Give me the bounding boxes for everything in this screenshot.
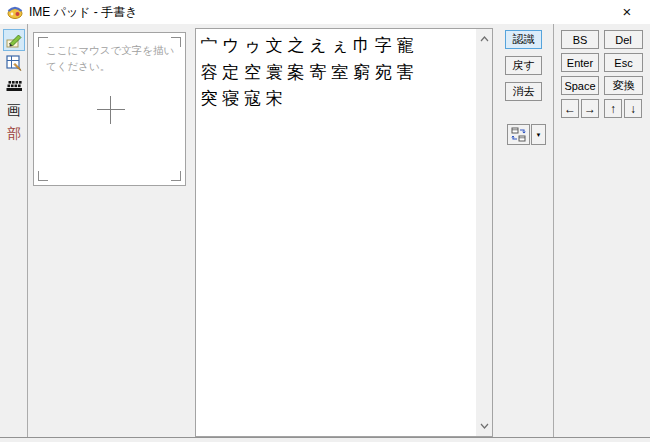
handwriting-pencil-icon: [6, 32, 23, 49]
candidate-row: 容定空寰案寄室窮宛害: [198, 59, 475, 86]
candidate-char[interactable]: 案: [285, 59, 307, 86]
pad-corner-mark: [38, 171, 48, 181]
key-enter[interactable]: Enter: [561, 53, 599, 72]
candidate-char[interactable]: 窮: [351, 59, 373, 86]
character-list-icon: [6, 55, 22, 71]
candidate-char[interactable]: 寵: [394, 32, 416, 59]
erase-button[interactable]: 消去: [505, 82, 542, 101]
candidate-char[interactable]: 宛: [372, 59, 394, 86]
radical-glyph: 部: [7, 126, 21, 140]
candidate-char[interactable]: 空: [242, 59, 264, 86]
scroll-down-button[interactable]: [476, 418, 492, 434]
candidate-char[interactable]: 宋: [263, 85, 285, 112]
candidate-char[interactable]: 室: [329, 59, 351, 86]
key-space[interactable]: Space: [561, 76, 599, 95]
sidebar-item-character-list[interactable]: [3, 52, 25, 74]
candidate-char[interactable]: 宀: [198, 32, 220, 59]
candidate-char[interactable]: 字: [372, 32, 394, 59]
window-title: IME パッド - 手書き: [29, 0, 137, 24]
stroke-count-glyph: 画: [7, 103, 21, 117]
key-del[interactable]: Del: [604, 30, 643, 49]
pad-corner-mark: [171, 171, 181, 181]
candidate-row: 突寝寇宋: [198, 85, 475, 112]
layout-dropdown-button[interactable]: ▼: [531, 124, 546, 145]
crosshair-icon: [110, 96, 111, 124]
sidebar-item-radical[interactable]: 部: [3, 122, 25, 144]
candidate-char[interactable]: ぇ: [329, 32, 351, 59]
chevron-down-icon: [480, 423, 489, 429]
candidate-char[interactable]: ウ: [220, 32, 242, 59]
candidate-char[interactable]: 寇: [242, 85, 264, 112]
divider-left: [27, 24, 28, 438]
ime-pad-window: IME パッド - 手書き × 画 部: [0, 0, 650, 442]
keyboard-icon: [6, 80, 23, 94]
candidate-scrollbar[interactable]: [476, 29, 492, 436]
candidate-char[interactable]: 寝: [220, 85, 242, 112]
ime-pad-app-icon: [7, 4, 23, 20]
key-arrow-down[interactable]: ↓: [624, 99, 642, 118]
candidate-char[interactable]: 寄: [307, 59, 329, 86]
layout-switch-icon: [511, 127, 526, 142]
scroll-up-button[interactable]: [476, 31, 492, 47]
candidate-char[interactable]: 突: [198, 85, 220, 112]
candidate-char[interactable]: 寰: [263, 59, 285, 86]
candidate-char[interactable]: ゥ: [242, 32, 264, 59]
candidate-panel: 宀ウゥ文之えぇ巾字寵容定空寰案寄室窮宛害突寝寇宋: [195, 28, 493, 437]
divider-right: [553, 24, 554, 438]
title-bar: IME パッド - 手書き ×: [0, 0, 650, 24]
key-convert[interactable]: 変換: [604, 76, 643, 95]
sidebar-item-handwriting[interactable]: [3, 29, 25, 51]
candidate-grid: 宀ウゥ文之えぇ巾字寵容定空寰案寄室窮宛害突寝寇宋: [198, 32, 475, 112]
undo-button[interactable]: 戻す: [505, 56, 542, 75]
key-bs[interactable]: BS: [561, 30, 599, 49]
sidebar-item-soft-keyboard[interactable]: [3, 76, 25, 98]
candidate-char[interactable]: 容: [198, 59, 220, 86]
sidebar-item-stroke-count[interactable]: 画: [3, 99, 25, 121]
close-button[interactable]: ×: [604, 0, 650, 24]
crosshair-icon: [97, 109, 125, 110]
recognize-button[interactable]: 認識: [505, 30, 542, 49]
layout-switch-button[interactable]: [507, 124, 530, 145]
candidate-char[interactable]: 文: [263, 32, 285, 59]
candidate-char[interactable]: 巾: [351, 32, 373, 59]
candidate-char[interactable]: 害: [394, 59, 416, 86]
candidate-row: 宀ウゥ文之えぇ巾字寵: [198, 32, 475, 59]
key-esc[interactable]: Esc: [604, 53, 643, 72]
candidate-char[interactable]: 之: [285, 32, 307, 59]
key-arrow-left[interactable]: ←: [561, 99, 579, 118]
candidate-char[interactable]: 定: [220, 59, 242, 86]
handwriting-canvas[interactable]: ここにマウスで文字を描いてください。: [33, 32, 186, 186]
key-arrow-up[interactable]: ↑: [604, 99, 622, 118]
chevron-up-icon: [480, 36, 489, 42]
candidate-char[interactable]: え: [307, 32, 329, 59]
window-bottom-edge: [0, 437, 650, 438]
pad-placeholder-text: ここにマウスで文字を描いてください。: [46, 42, 178, 74]
key-arrow-right[interactable]: →: [581, 99, 599, 118]
